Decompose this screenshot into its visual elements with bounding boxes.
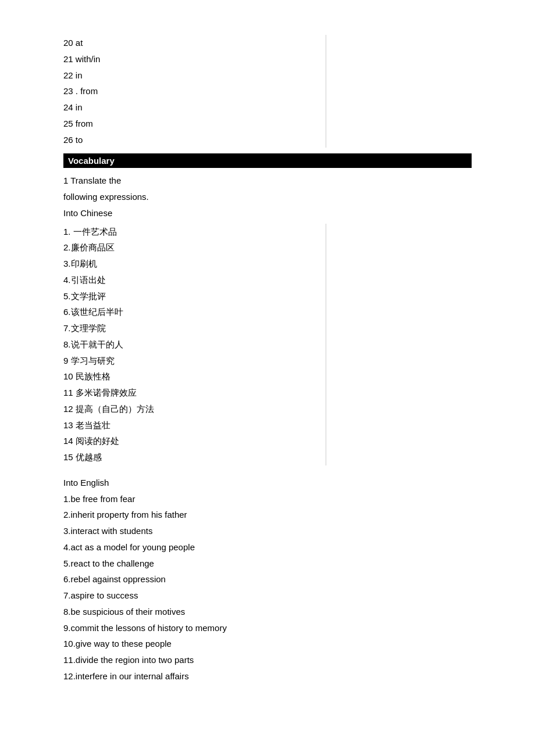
chinese-item: 11 多米诺骨牌效应 bbox=[63, 385, 472, 401]
chinese-item: 3.印刷机 bbox=[63, 256, 472, 272]
english-item: 3.interact with students bbox=[63, 523, 472, 539]
english-item: 2.inherit property from his father bbox=[63, 507, 472, 523]
chinese-item: 9 学习与研究 bbox=[63, 353, 472, 369]
english-item: 4.act as a model for young people bbox=[63, 539, 472, 556]
vocab-intro: 1 Translate the following expressions. I… bbox=[63, 173, 472, 221]
numbered-list: 20 at 21 with/in 22 in 23 . from 24 in 2… bbox=[63, 35, 472, 148]
english-item: 6.rebel against oppression bbox=[63, 571, 472, 587]
chinese-item: 2.廉价商品区 bbox=[63, 239, 472, 256]
chinese-item: 15 优越感 bbox=[63, 449, 472, 465]
chinese-item: 13 老当益壮 bbox=[63, 417, 472, 433]
chinese-item: 7.文理学院 bbox=[63, 320, 472, 336]
numbered-item: 23 . from bbox=[63, 83, 472, 99]
chinese-item: 14 阅读的好处 bbox=[63, 433, 472, 449]
numbered-item: 20 at bbox=[63, 35, 472, 51]
chinese-item: 8.说干就干的人 bbox=[63, 336, 472, 353]
english-item: 11.divide the region into two parts bbox=[63, 652, 472, 668]
into-chinese-label: Into Chinese bbox=[63, 208, 112, 218]
english-item: 1.be free from fear bbox=[63, 491, 472, 507]
page-container: 20 at 21 with/in 22 in 23 . from 24 in 2… bbox=[0, 35, 535, 685]
english-item: 12.interfere in our internal affairs bbox=[63, 668, 472, 685]
english-item: 8.be suspicious of their motives bbox=[63, 604, 472, 620]
chinese-item: 10 民族性格 bbox=[63, 368, 472, 385]
into-english-label: Into English bbox=[63, 475, 472, 491]
chinese-item: 5.文学批评 bbox=[63, 288, 472, 304]
chinese-item: 6.该世纪后半叶 bbox=[63, 304, 472, 320]
numbered-item: 25 from bbox=[63, 116, 472, 132]
english-item: 5.react to the challenge bbox=[63, 556, 472, 572]
vocabulary-header: Vocabulary bbox=[63, 153, 472, 168]
chinese-item: 1. 一件艺术品 bbox=[63, 224, 472, 240]
numbered-item: 24 in bbox=[63, 99, 472, 116]
vocab-intro-line2: following expressions. bbox=[63, 192, 149, 202]
numbered-item: 22 in bbox=[63, 67, 472, 84]
english-section: Into English 1.be free from fear 2.inher… bbox=[63, 475, 472, 685]
english-item: 7.aspire to success bbox=[63, 587, 472, 604]
vocab-intro-line1: 1 Translate the bbox=[63, 175, 121, 185]
chinese-item: 4.引语出处 bbox=[63, 272, 472, 288]
english-item: 9.commit the lessons of history to memor… bbox=[63, 620, 472, 636]
chinese-list: 1. 一件艺术品 2.廉价商品区 3.印刷机 4.引语出处 5.文学批评 6.该… bbox=[63, 224, 472, 465]
chinese-item: 12 提高（自己的）方法 bbox=[63, 401, 472, 417]
numbered-item: 21 with/in bbox=[63, 51, 472, 67]
english-item: 10.give way to these people bbox=[63, 636, 472, 652]
numbered-item: 26 to bbox=[63, 132, 472, 148]
